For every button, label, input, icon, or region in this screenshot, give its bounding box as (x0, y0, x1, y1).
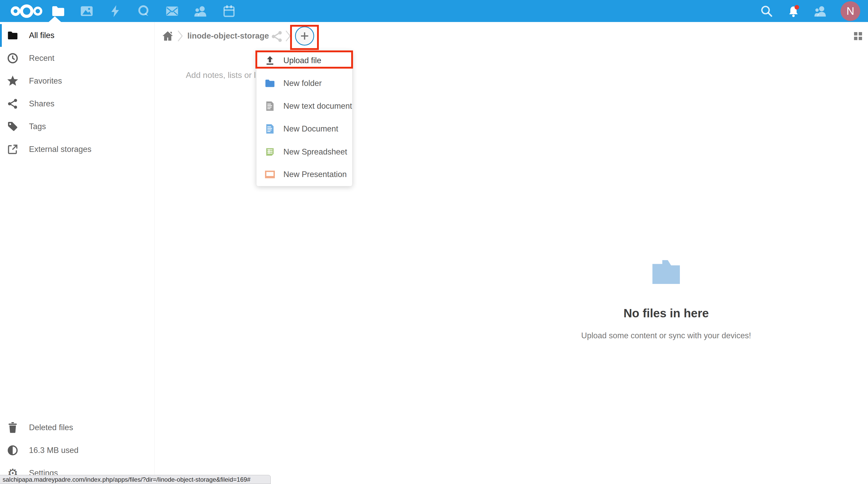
photos-icon (80, 6, 93, 17)
app-contacts-button[interactable] (186, 0, 215, 22)
folder-icon (7, 30, 19, 41)
new-button[interactable] (295, 26, 314, 46)
breadcrumb-separator (178, 30, 183, 43)
avatar[interactable]: N (841, 1, 860, 21)
sidebar-item-label: Recent (29, 54, 54, 63)
contacts-icon (194, 5, 207, 17)
sidebar-item-label: Favorites (29, 77, 62, 86)
calendar-icon (223, 5, 235, 17)
home-icon (161, 30, 174, 42)
sidebar: All files Recent Favorites Shares Tags (0, 22, 155, 484)
menu-item-new-folder[interactable]: New folder (256, 74, 352, 92)
app-talk-button[interactable] (129, 0, 158, 22)
sidebar-item-all-files[interactable]: All files (0, 24, 155, 47)
menu-item-new-text-document[interactable]: New text document (256, 97, 352, 115)
spreadsheet-icon (265, 147, 275, 157)
menu-item-label: New Presentation (283, 170, 347, 179)
sidebar-item-quota: 16.3 MB used (0, 439, 155, 462)
tag-icon (7, 121, 19, 132)
avatar-initial: N (846, 5, 854, 17)
new-folder-icon (265, 78, 275, 89)
menu-item-label: New Document (283, 124, 338, 133)
quota-icon (7, 445, 19, 456)
menu-item-new-spreadsheet[interactable]: New Spreadsheet (256, 143, 352, 161)
share-icon (7, 98, 19, 110)
menu-item-label: Upload file (283, 56, 321, 65)
contacts-menu-button[interactable] (814, 4, 827, 18)
menu-item-new-presentation[interactable]: New Presentation (256, 165, 352, 183)
notifications-button[interactable] (787, 4, 800, 18)
grid-view-toggle[interactable] (854, 32, 862, 40)
clock-icon (7, 52, 19, 64)
notification-dot (795, 5, 799, 9)
files-icon (52, 6, 65, 17)
sidebar-item-deleted-files[interactable]: Deleted files (0, 416, 155, 439)
sidebar-item-label: Deleted files (29, 423, 73, 432)
grid-view-icon (854, 32, 858, 35)
empty-state-subtitle: Upload some content or sync with your de… (310, 331, 868, 340)
link-preview-statusbar: salchipapa.madreypadre.com/index.php/app… (0, 475, 271, 484)
app-calendar-button[interactable] (215, 0, 243, 22)
share-variant-icon (271, 31, 283, 42)
top-bar: N (0, 0, 868, 22)
sidebar-item-shares[interactable]: Shares (0, 92, 155, 115)
bell-icon (787, 4, 800, 18)
share-button[interactable] (271, 31, 283, 42)
activity-icon (110, 5, 121, 17)
search-button[interactable] (760, 4, 773, 18)
menu-item-label: New Spreadsheet (283, 147, 347, 157)
search-icon (761, 5, 773, 17)
menu-caret (300, 47, 309, 51)
workspace-placeholder[interactable]: Add notes, lists or lin (186, 70, 262, 80)
sidebar-item-label: External storages (29, 145, 91, 154)
nextcloud-files-page: N All files Recent Favorites (0, 0, 868, 484)
menu-item-label: New folder (283, 79, 322, 88)
menu-item-label: New text document (283, 101, 352, 111)
breadcrumb-separator (285, 30, 291, 43)
app-menu (44, 0, 243, 22)
empty-state: No files in here Upload some content or … (310, 260, 868, 340)
sidebar-item-label: Shares (29, 99, 54, 109)
mail-icon (166, 6, 179, 16)
upload-icon (265, 55, 275, 66)
sidebar-item-recent[interactable]: Recent (0, 47, 155, 70)
plus-icon (299, 31, 310, 41)
app-photos-button[interactable] (72, 0, 101, 22)
contacts-menu-icon (814, 5, 827, 17)
text-document-icon (265, 101, 275, 111)
sidebar-item-label: Tags (29, 122, 46, 131)
breadcrumb-folder[interactable]: linode-object-storage (187, 31, 269, 41)
star-icon (7, 75, 19, 87)
menu-item-new-document[interactable]: New Document (256, 120, 352, 138)
talk-icon (137, 5, 150, 17)
new-menu: Upload file New folder New text document… (256, 51, 352, 186)
presentation-icon (265, 169, 275, 180)
quota-label: 16.3 MB used (29, 446, 79, 455)
sidebar-item-tags[interactable]: Tags (0, 115, 155, 138)
app-mail-button[interactable] (158, 0, 186, 22)
nextcloud-logo-icon (10, 3, 43, 19)
document-icon (265, 124, 275, 134)
topbar-right: N (760, 0, 868, 22)
empty-folder-icon (652, 260, 680, 284)
trash-icon (7, 422, 19, 433)
active-app-indicator (49, 16, 61, 22)
breadcrumb-home-button[interactable] (161, 30, 174, 42)
sidebar-item-favorites[interactable]: Favorites (0, 70, 155, 92)
breadcrumb-bar: linode-object-storage (155, 22, 868, 51)
nextcloud-logo[interactable] (10, 3, 43, 19)
external-storage-icon (7, 143, 19, 155)
empty-state-title: No files in here (310, 306, 868, 320)
menu-item-upload-file[interactable]: Upload file (256, 52, 352, 70)
sidebar-item-label: All files (29, 31, 54, 40)
sidebar-item-external-storages[interactable]: External storages (0, 138, 155, 161)
app-activity-button[interactable] (101, 0, 129, 22)
statusbar-url: salchipapa.madreypadre.com/index.php/app… (0, 476, 250, 483)
